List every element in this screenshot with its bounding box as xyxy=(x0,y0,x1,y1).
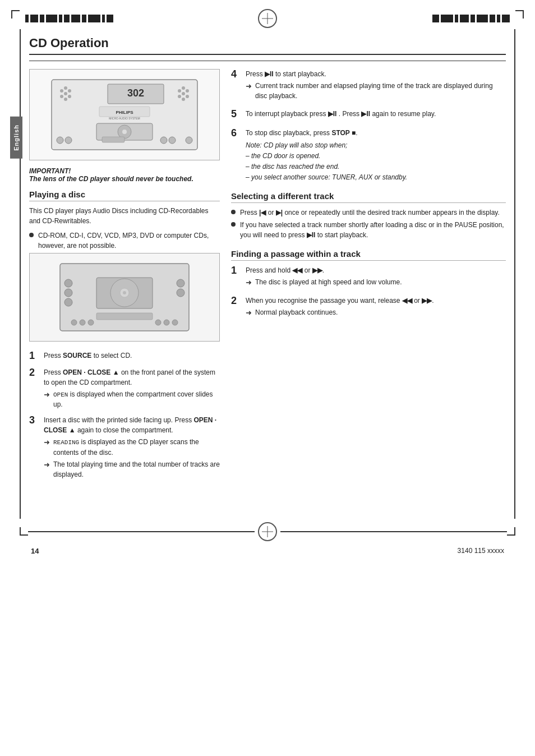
deco-bar xyxy=(46,15,57,22)
bottom-right-corner xyxy=(507,527,515,536)
selecting-track-heading: Selecting a different track xyxy=(231,191,506,203)
svg-rect-39 xyxy=(96,313,153,320)
svg-point-33 xyxy=(123,291,126,294)
svg-point-24 xyxy=(65,137,72,144)
svg-point-23 xyxy=(57,137,63,144)
svg-point-3 xyxy=(64,86,67,90)
bullet-dot xyxy=(29,233,34,237)
playing-disc-heading: Playing a disc xyxy=(29,190,220,201)
important-text: The lens of the CD player should never b… xyxy=(29,175,220,183)
page-number: 14 xyxy=(31,547,39,555)
deco-bar xyxy=(102,15,105,22)
deco-bar xyxy=(477,15,488,22)
step-2: 2 Press OPEN · CLOSE ▲ on the front pane… xyxy=(29,367,220,410)
svg-text:MICRO AUDIO SYSTEM: MICRO AUDIO SYSTEM xyxy=(109,117,140,120)
svg-point-27 xyxy=(169,137,176,144)
step-1: 1 Press SOURCE to select CD. xyxy=(29,351,220,362)
svg-point-22 xyxy=(122,130,127,134)
deco-bar xyxy=(497,15,500,22)
device-image-bottom xyxy=(29,253,220,342)
svg-point-37 xyxy=(177,279,185,287)
svg-point-45 xyxy=(172,320,178,325)
finding-step-2-arrow: ➜ Normal playback continues. xyxy=(246,307,506,319)
svg-text:302: 302 xyxy=(127,87,144,99)
finding-step-2: 2 When you recognise the passage you wan… xyxy=(231,296,506,319)
bottom-rule-right xyxy=(280,531,507,532)
important-title: IMPORTANT! xyxy=(29,167,220,175)
svg-point-6 xyxy=(60,89,63,93)
deco-bar xyxy=(64,15,70,22)
finding-passage-heading: Finding a passage within a track xyxy=(231,249,506,261)
deco-bar xyxy=(71,15,80,22)
svg-point-40 xyxy=(71,320,77,325)
deco-bar xyxy=(441,15,453,22)
bottom-rule xyxy=(28,531,255,532)
svg-point-11 xyxy=(182,92,185,95)
svg-point-38 xyxy=(177,289,185,297)
svg-point-15 xyxy=(178,89,181,93)
deco-bar xyxy=(490,15,495,22)
step-6: 6 To stop disc playback, press STOP ■. N… xyxy=(231,128,506,183)
svg-point-35 xyxy=(64,289,72,297)
svg-text:PHILIPS: PHILIPS xyxy=(116,110,133,115)
step-5: 5 To interrupt playback press ▶II . Pres… xyxy=(231,109,506,120)
page-title: CD Operation xyxy=(29,36,506,55)
svg-point-13 xyxy=(186,89,189,93)
stop-note: Note: CD play will also stop when; – the… xyxy=(246,140,506,183)
svg-point-10 xyxy=(182,86,185,90)
deco-bar xyxy=(460,15,469,22)
deco-bar xyxy=(88,15,100,22)
svg-point-8 xyxy=(68,89,71,93)
deco-bar xyxy=(502,15,510,22)
deco-bar xyxy=(82,15,86,22)
svg-point-26 xyxy=(160,137,167,144)
model-number: 3140 115 xxxxx xyxy=(458,547,504,555)
svg-point-5 xyxy=(64,98,67,101)
svg-point-42 xyxy=(88,320,94,325)
deco-bar xyxy=(107,15,113,22)
svg-rect-25 xyxy=(102,137,124,142)
deco-bar xyxy=(59,15,62,22)
selecting-bullet-1: Press |◀ or ▶| once or repeatedly until … xyxy=(231,208,506,218)
bullet-dot xyxy=(231,222,236,227)
svg-point-4 xyxy=(64,92,67,95)
device-svg-bottom xyxy=(52,258,197,336)
finding-step-1-arrow: ➜ The disc is played at high speed and l… xyxy=(246,277,506,288)
bullet-dot xyxy=(231,210,236,214)
compass-circle xyxy=(258,9,277,28)
svg-point-7 xyxy=(60,95,63,98)
step-4: 4 Press ▶II to start playback. ➜ Current… xyxy=(231,69,506,101)
selecting-bullet-2: If you have selected a track number shor… xyxy=(231,220,506,240)
deco-bar xyxy=(471,15,475,22)
step-3: 3 Insert a disc with the printed side fa… xyxy=(29,415,220,480)
step-4-arrow: ➜ Current track number and elapsed playi… xyxy=(246,81,506,101)
deco-bar xyxy=(30,15,38,22)
step-3-arrow-2: ➜ The total playing time and the total n… xyxy=(44,459,220,480)
deco-bar xyxy=(25,15,29,22)
svg-point-41 xyxy=(80,320,85,325)
playing-disc-intro: This CD player plays Audio Discs includi… xyxy=(29,206,220,226)
svg-point-14 xyxy=(186,95,189,98)
svg-point-12 xyxy=(182,98,185,101)
device-image-top: 302 xyxy=(29,69,220,160)
bottom-left-corner xyxy=(20,527,28,536)
important-note: IMPORTANT! The lens of the CD player sho… xyxy=(29,167,220,183)
language-tab: English xyxy=(10,117,22,159)
deco-bar xyxy=(432,15,439,22)
step-3-arrow-1: ➜ READING is displayed as the CD player … xyxy=(44,437,220,458)
step-2-arrow: ➜ OPEN is displayed when the compartment… xyxy=(44,389,220,410)
svg-point-34 xyxy=(64,279,72,287)
svg-point-28 xyxy=(186,137,192,144)
finding-step-1: 1 Press and hold ◀◀ or ▶▶. ➜ The disc is… xyxy=(231,265,506,288)
deco-bar xyxy=(455,15,458,22)
svg-point-36 xyxy=(64,298,72,306)
device-svg-top: 302 xyxy=(46,74,203,155)
deco-bar xyxy=(40,15,44,22)
svg-point-44 xyxy=(164,320,169,325)
svg-point-9 xyxy=(68,95,71,98)
bottom-compass-circle xyxy=(258,522,277,541)
svg-point-16 xyxy=(178,95,181,98)
cd-not-possible-bullet: CD-ROM, CD-I, CDV, VCD, MP3, DVD or comp… xyxy=(29,231,220,251)
svg-point-43 xyxy=(155,320,161,325)
